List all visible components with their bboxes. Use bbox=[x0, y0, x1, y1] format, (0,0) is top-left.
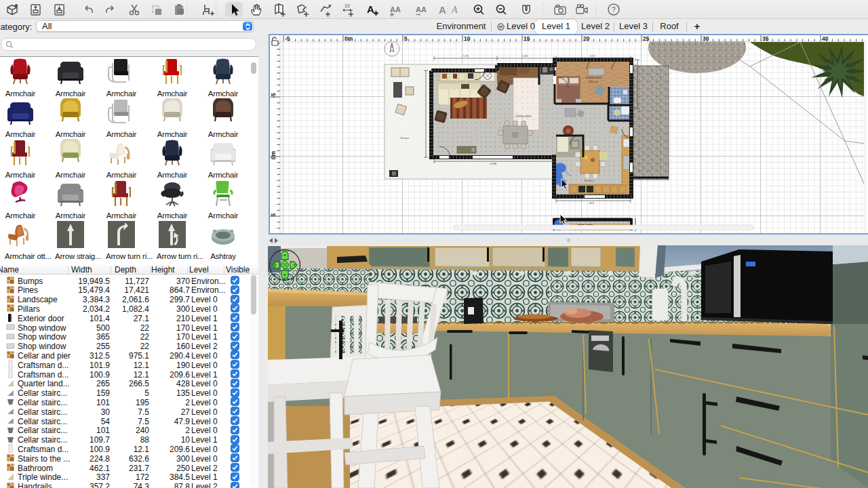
svg-text:Guest room: Guest room bbox=[586, 76, 602, 79]
svg-text:10: 10 bbox=[344, 3, 350, 8]
svg-text:0m: 0m bbox=[270, 150, 277, 159]
svg-text:40: 40 bbox=[822, 35, 829, 42]
svg-text:A: A bbox=[451, 5, 458, 15]
svg-text:AA: AA bbox=[416, 5, 427, 14]
svg-text:Terrace: Terrace bbox=[400, 136, 410, 140]
svg-text:?: ? bbox=[612, 5, 616, 14]
svg-text:0m: 0m bbox=[344, 35, 353, 42]
svg-text:657: 657 bbox=[589, 201, 594, 205]
svg-text:-5: -5 bbox=[270, 93, 277, 98]
svg-text:30: 30 bbox=[703, 35, 709, 42]
svg-text:10: 10 bbox=[464, 35, 471, 42]
svg-text:5: 5 bbox=[404, 35, 408, 42]
svg-text:A: A bbox=[367, 3, 374, 15]
svg-text:N: N bbox=[391, 45, 393, 49]
svg-text:Living room: Living room bbox=[515, 115, 532, 118]
svg-text:6.67: 6.67 bbox=[590, 54, 596, 58]
svg-text:-5: -5 bbox=[285, 35, 290, 42]
svg-text:20: 20 bbox=[583, 35, 590, 42]
svg-text:5.08: 5.08 bbox=[522, 54, 528, 58]
svg-text:35: 35 bbox=[762, 35, 769, 42]
svg-text:AA: AA bbox=[390, 5, 401, 14]
svg-text:Kitchen: Kitchen bbox=[585, 179, 593, 182]
svg-text:25: 25 bbox=[643, 35, 650, 42]
svg-text:15: 15 bbox=[524, 35, 530, 42]
svg-text:1.098: 1.098 bbox=[490, 162, 497, 165]
svg-text:5.76: 5.76 bbox=[463, 54, 469, 58]
svg-text:18.6 m²: 18.6 m² bbox=[589, 80, 598, 83]
